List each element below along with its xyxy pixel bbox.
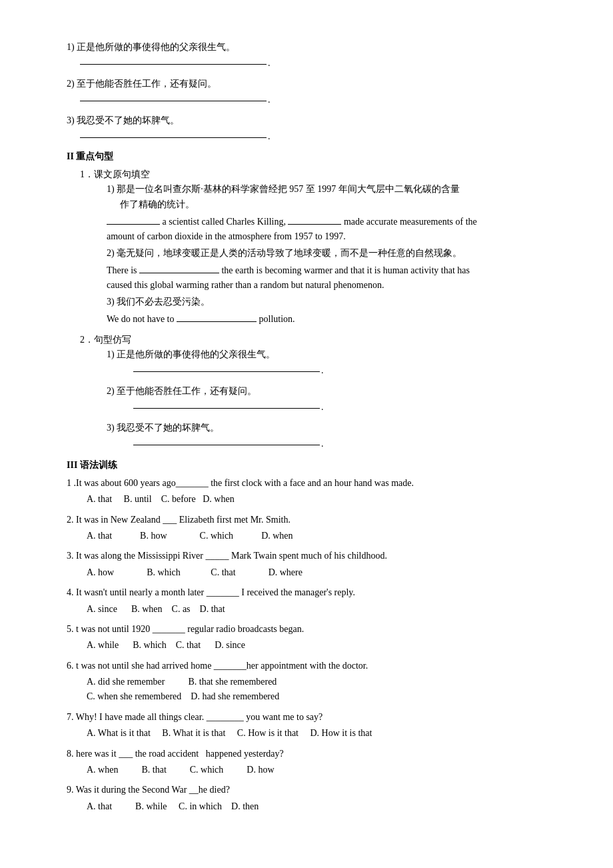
option-d: D. since <box>215 640 245 650</box>
option-b: B. which <box>133 640 167 650</box>
option-c: C. that <box>211 567 235 577</box>
imitate-item-3-answer: . <box>107 437 560 451</box>
option-d: D. that <box>200 604 225 614</box>
fill-item-2: 2) 毫无疑问，地球变暖正是人类的活动导致了地球变暖，而不是一种任意的自然现象。… <box>80 246 560 293</box>
grammar-item-1-text: 1 .It was about 600 years ago_______ the… <box>67 476 560 491</box>
grammar-item-2-text: 2. It was in New Zealand ___ Elizabeth f… <box>67 513 560 527</box>
imitate-item-2-chinese: 2) 至于他能否胜任工作，还有疑问。 <box>107 384 560 399</box>
imitate-item-2: 2) 至于他能否胜任工作，还有疑问。 . <box>80 384 560 415</box>
grammar-item-4: 4. It wasn't until nearly a month later … <box>67 585 560 617</box>
fill-item-3: 3) 我们不必去忍受污染。 We do not have to pollutio… <box>80 295 560 327</box>
item-3-chinese: 3) 我忍受不了她的坏脾气。 <box>67 113 560 128</box>
blank-line <box>80 137 267 138</box>
fill-item-1-chinese: 1) 那是一位名叫查尔斯·基林的科学家曾经把 957 至 1997 年间大气层中… <box>107 182 560 197</box>
option-b: B. What it is that <box>162 728 225 738</box>
fill-item-1-chinese-cont: 作了精确的统计。 <box>107 197 560 212</box>
sub-section-2-label: 2．句型仿写 <box>80 333 560 347</box>
option-c: C. How is it that <box>237 728 299 738</box>
option-a: A. since <box>87 604 117 614</box>
imitate-item-1-answer: . <box>107 363 560 378</box>
option-d: D. when <box>203 494 234 504</box>
imitate-item-3-chinese: 3) 我忍受不了她的坏脾气。 <box>107 421 560 435</box>
fill-item-3-chinese: 3) 我们不必去忍受污染。 <box>107 295 560 309</box>
grammar-item-7: 7. Why! I have made all things clear. __… <box>67 710 560 741</box>
blank <box>139 273 219 273</box>
option-a: A. while <box>87 640 119 650</box>
imitate-item-1-chinese: 1) 正是他所做的事使得他的父亲很生气。 <box>107 347 560 362</box>
blank-line <box>133 371 320 372</box>
grammar-item-5-text: 5. t was not until 1920 _______ regular … <box>67 622 560 637</box>
grammar-item-3-text: 3. It was along the Mississippi River __… <box>67 549 560 563</box>
grammar-item-8-text: 8. here was it ___ the road accident hap… <box>67 747 560 761</box>
grammar-item-8-options: A. when B. that C. which D. how <box>67 763 560 777</box>
option-b: B. when <box>131 604 163 614</box>
imitate-item-1: 1) 正是他所做的事使得他的父亲很生气。 . <box>80 347 560 379</box>
option-a: A. that <box>87 531 112 541</box>
grammar-item-3: 3. It was along the Mississippi River __… <box>67 549 560 580</box>
grammar-item-9: 9. Was it during the Second War __he die… <box>67 783 560 814</box>
fill-item-2-chinese: 2) 毫无疑问，地球变暖正是人类的活动导致了地球变暖，而不是一种任意的自然现象。 <box>107 246 560 261</box>
option-c: C. which <box>190 765 224 775</box>
grammar-item-6-options: A. did she remember B. that she remember… <box>67 675 560 705</box>
grammar-item-4-options: A. since B. when C. as D. that <box>67 602 560 617</box>
section-ii-header: II 重点句型 <box>67 149 560 164</box>
option-d: D. when <box>261 531 293 541</box>
option-a: A. did she remember <box>87 677 165 687</box>
fill-item-1-english-2: amount of carbon dioxide in the atmosphe… <box>107 229 560 244</box>
fill-item-2-english-1: There is the earth is becoming warmer an… <box>107 263 560 278</box>
option-d: D. then <box>231 801 259 811</box>
item-3-answer: . <box>67 129 560 144</box>
option-a: A. when <box>87 765 118 775</box>
fill-item-1-english-1: a scientist called Charles Killing, made… <box>107 215 560 229</box>
option-c: C. when she remembered <box>87 691 181 701</box>
grammar-item-9-text: 9. Was it during the Second War __he die… <box>67 783 560 797</box>
item-2: 2) 至于他能否胜任工作，还有疑问。 . <box>67 77 560 108</box>
grammar-item-6-text: 6. t was not until she had arrived home … <box>67 659 560 673</box>
section-iii-header: III 语法训练 <box>67 458 560 473</box>
option-d: D. had she remembered <box>191 691 279 701</box>
fill-item-2-english-2: caused this global warming rather than a… <box>107 278 560 293</box>
grammar-item-2-options: A. that B. how C. which D. when <box>67 529 560 543</box>
blank <box>177 321 257 322</box>
option-d: D. How it is that <box>310 728 372 738</box>
grammar-item-4-text: 4. It wasn't until nearly a month later … <box>67 585 560 600</box>
section-top-items: 1) 正是他所做的事使得他的父亲很生气。 . 2) 至于他能否胜任工作，还有疑问… <box>67 40 560 144</box>
grammar-item-9-options: A. that B. while C. in which D. then <box>67 799 560 814</box>
grammar-item-3-options: A. how B. which C. that D. where <box>67 565 560 580</box>
item-1-answer: . <box>67 56 560 71</box>
grammar-item-6-options-row2: C. when she remembered D. had she rememb… <box>87 689 560 704</box>
sub-section-1-label: 1．课文原句填空 <box>80 167 560 182</box>
grammar-item-1: 1 .It was about 600 years ago_______ the… <box>67 476 560 507</box>
fill-item-1: 1) 那是一位名叫查尔斯·基林的科学家曾经把 957 至 1997 年间大气层中… <box>80 182 560 245</box>
option-c: C. that <box>176 640 201 650</box>
imitate-item-3: 3) 我忍受不了她的坏脾气。 . <box>80 421 560 452</box>
item-2-chinese: 2) 至于他能否胜任工作，还有疑问。 <box>67 77 560 91</box>
fill-item-3-english: We do not have to pollution. <box>107 312 560 327</box>
grammar-item-6-options-row1: A. did she remember B. that she remember… <box>87 675 560 689</box>
grammar-item-7-options: A. What is it that B. What it is that C.… <box>67 726 560 741</box>
imitate-item-2-answer: . <box>107 400 560 415</box>
option-c: C. which <box>200 531 234 541</box>
grammar-item-2: 2. It was in New Zealand ___ Elizabeth f… <box>67 513 560 544</box>
option-b: B. how <box>140 531 167 541</box>
option-a: A. that <box>87 801 112 811</box>
option-c: C. before <box>161 494 201 504</box>
item-1-chinese: 1) 正是他所做的事使得他的父亲很生气。 <box>67 40 560 55</box>
grammar-item-5: 5. t was not until 1920 _______ regular … <box>67 622 560 653</box>
option-c: C. in which <box>179 801 222 811</box>
option-b: B. that <box>141 765 166 775</box>
grammar-item-6: 6. t was not until she had arrived home … <box>67 659 560 705</box>
grammar-item-8: 8. here was it ___ the road accident hap… <box>67 747 560 778</box>
sub-section-2: 2．句型仿写 1) 正是他所做的事使得他的父亲很生气。 . 2) 至于他能否胜任… <box>67 333 560 452</box>
item-3: 3) 我忍受不了她的坏脾气。 . <box>67 113 560 145</box>
option-b: B. until <box>124 494 159 504</box>
item-1: 1) 正是他所做的事使得他的父亲很生气。 . <box>67 40 560 71</box>
section-ii: II 重点句型 1．课文原句填空 1) 那是一位名叫查尔斯·基林的科学家曾经把 … <box>67 149 560 451</box>
page-content: 1) 正是他所做的事使得他的父亲很生气。 . 2) 至于他能否胜任工作，还有疑问… <box>67 40 560 814</box>
grammar-item-7-text: 7. Why! I have made all things clear. __… <box>67 710 560 725</box>
blank <box>107 224 160 225</box>
option-a: A. What is it that <box>87 728 151 738</box>
blank-line <box>133 408 320 409</box>
blank-line <box>80 64 267 65</box>
option-b: B. which <box>147 567 181 577</box>
